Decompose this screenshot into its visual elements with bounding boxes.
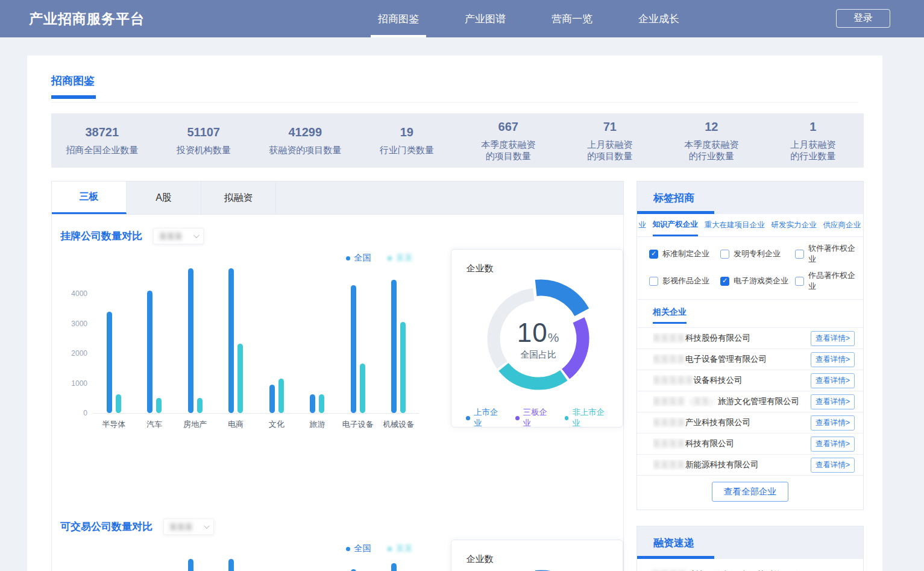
login-button[interactable]: 登录: [836, 9, 890, 28]
company-row: 某某某某新能源科技有限公司 查看详情>: [637, 454, 863, 475]
view-detail-button[interactable]: 查看详情>: [811, 415, 855, 431]
nav-item-investment-atlas[interactable]: 招商图鉴: [378, 0, 419, 37]
legend-item-national[interactable]: 全国: [346, 543, 371, 554]
tag-checkbox-grid: 标准制定企业 发明专利企业 软件著作权企业 影视作品企业: [637, 237, 863, 299]
stat-quarter-funded-industries: 12 本季度获融资 的行业数量: [661, 120, 762, 162]
bar-机械设备[interactable]: [391, 280, 397, 413]
region-dropdown[interactable]: 某某某: [153, 228, 204, 244]
checkbox-icon[interactable]: [795, 277, 804, 286]
donut-segment-三板企业[interactable]: [566, 320, 583, 374]
view-detail-button[interactable]: 查看详情>: [811, 331, 855, 346]
main-content-card: 招商图鉴 38721 招商全国企业数量 51107 投资机构数量 41299 获…: [27, 55, 882, 571]
bar-房地产[interactable]: [197, 398, 203, 413]
view-detail-button[interactable]: 查看详情>: [811, 437, 855, 452]
tag-panel-underline: [637, 211, 714, 214]
checkbox-works-copyright[interactable]: 作品著作权企业: [795, 270, 858, 292]
tab-proposed-financing[interactable]: 拟融资: [201, 181, 276, 214]
checkbox-icon[interactable]: [649, 277, 658, 286]
checkbox-icon[interactable]: [795, 250, 804, 259]
header-divider: [51, 102, 858, 103]
legend-item-listed[interactable]: 上市企业: [466, 407, 504, 429]
legend-item-redacted[interactable]: 某某: [388, 253, 412, 263]
view-detail-button[interactable]: 查看详情>: [811, 352, 855, 367]
bar-房地产[interactable]: [188, 559, 193, 571]
checkbox-icon[interactable]: [649, 250, 658, 259]
region-dropdown-value: 某某某: [169, 522, 204, 532]
checkbox-video-games[interactable]: 电子游戏类企业: [720, 270, 795, 292]
checkbox-film-works[interactable]: 影视作品企业: [649, 270, 720, 292]
view-detail-button[interactable]: 查看详情>: [811, 458, 855, 473]
bar-plot[interactable]: 01000200030004000半导体汽车房地产电商文化旅游电子设备机械设备: [93, 265, 419, 414]
bar-电商[interactable]: [228, 268, 234, 413]
financing-news-item[interactable]: 某某某某科技股份有限公司获融资5.1亿元 硅晶 2020-05-20 18:00: [637, 559, 863, 571]
legend-item-redacted[interactable]: 某某: [388, 543, 412, 554]
bar-房地产[interactable]: [188, 268, 193, 413]
donut-chart[interactable]: [475, 276, 602, 402]
donut-chart[interactable]: [475, 566, 602, 571]
bar-旅游[interactable]: [310, 394, 315, 413]
financing-express-panel: 融资速递 某某某某科技股份有限公司获融资5.1亿元 硅晶 2020-05-20 …: [636, 526, 864, 571]
subtab-suppliers[interactable]: 供应商企业: [823, 214, 861, 236]
region-dropdown-2[interactable]: 某某某: [163, 519, 214, 535]
x-axis-label: 文化: [256, 419, 297, 430]
bar-电商[interactable]: [228, 559, 234, 571]
nav-item-enterprise-growth[interactable]: 企业成长: [638, 0, 679, 37]
bar-汽车[interactable]: [156, 398, 162, 413]
checkbox-invention-patent[interactable]: 发明专利企业: [720, 243, 795, 265]
checkbox-icon[interactable]: [720, 277, 729, 286]
bar-文化[interactable]: [269, 385, 275, 413]
stat-lastmonth-funded-projects: 71 上月获融资 的项目数量: [559, 120, 661, 162]
stat-quarter-funded-projects: 667 本季度获融资 的项目数量: [457, 120, 559, 162]
bar-旅游[interactable]: [319, 394, 324, 413]
stat-investment-institutions: 51107 投资机构数量: [153, 125, 255, 156]
nav-item-industry-map[interactable]: 产业图谱: [465, 0, 506, 37]
bar-plot[interactable]: 01000200030004000半导体汽车房地产电商文化旅游电子设备机械设备: [93, 555, 419, 571]
checkbox-software-copyright[interactable]: 软件著作权企业: [795, 243, 858, 265]
bar-半导体[interactable]: [116, 394, 121, 413]
top-navbar: 产业招商服务平台 招商图鉴 产业图谱 营商一览 企业成长 登录: [0, 0, 924, 37]
donut-segment-other[interactable]: [494, 294, 533, 365]
donut-segment-非上市企业[interactable]: [504, 367, 564, 383]
bar-机械设备[interactable]: [400, 322, 406, 413]
view-all-companies-button[interactable]: 查看全部企业: [712, 482, 788, 502]
tab-a-share[interactable]: A股: [127, 181, 201, 214]
bar-文化[interactable]: [278, 379, 284, 413]
bar-电商[interactable]: [237, 344, 243, 413]
tag-subtabs: 业 知识产权企业 重大在建项目企业 研发实力企业 供应商企业 科: [637, 214, 863, 237]
x-axis-label: 房地产: [175, 419, 216, 430]
view-all-row: 查看全部企业: [637, 475, 863, 509]
bar-机械设备[interactable]: [391, 563, 397, 571]
x-axis-label: 旅游: [297, 419, 338, 430]
stats-bar: 38721 招商全国企业数量 51107 投资机构数量 41299 获融资的项目…: [51, 113, 864, 168]
donut-segment-上市企业[interactable]: [536, 288, 582, 312]
x-axis-label: 半导体: [93, 419, 134, 430]
financing-panel-title: 融资速递: [653, 536, 694, 550]
checkbox-standard-setting[interactable]: 标准制定企业: [649, 243, 720, 265]
company-row: 某某某某电子设备管理有限公司 查看详情>: [637, 349, 863, 370]
subtab-major-projects[interactable]: 重大在建项目企业: [705, 214, 765, 236]
region-dropdown-value: 某某某: [159, 231, 193, 242]
chart-title-listed: 挂牌公司数量对比: [60, 229, 142, 243]
financing-panel-header: 融资速递: [637, 526, 863, 559]
checkbox-icon[interactable]: [720, 250, 729, 259]
legend-item-unlisted[interactable]: 非上市企业: [565, 407, 611, 429]
bar-电子设备[interactable]: [351, 285, 356, 413]
nav-item-business-overview[interactable]: 营商一览: [552, 0, 592, 37]
bar-半导体[interactable]: [107, 312, 112, 413]
y-axis-tick: 3000: [63, 320, 87, 328]
tab-third-board[interactable]: 三板: [52, 181, 127, 214]
y-axis-tick: 2000: [63, 349, 87, 358]
subtab-ip-enterprises[interactable]: 知识产权企业: [653, 214, 698, 236]
view-detail-button[interactable]: 查看详情>: [811, 373, 855, 388]
view-detail-button[interactable]: 查看详情>: [811, 394, 855, 409]
legend-item-third-board[interactable]: 三板企业: [515, 407, 554, 429]
x-axis-label: 汽车: [134, 419, 175, 430]
subtab-cut-left[interactable]: 业: [638, 214, 646, 236]
legend-item-national[interactable]: 全国: [346, 253, 371, 263]
bar-电子设备[interactable]: [360, 364, 365, 413]
subtab-rd-strength[interactable]: 研发实力企业: [772, 214, 817, 236]
page-title-underline: [51, 95, 96, 99]
legend-dot: [515, 416, 520, 420]
legend-dot: [466, 416, 470, 420]
bar-汽车[interactable]: [147, 291, 152, 413]
